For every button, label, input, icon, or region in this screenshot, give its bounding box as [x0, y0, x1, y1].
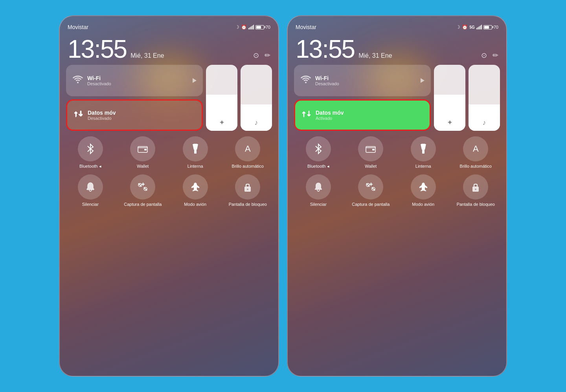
controls-left: Wi-Fi Desactivado ✦ ♪ — [66, 65, 272, 370]
volume-icon-right: ♪ — [483, 119, 486, 127]
wifi-sublabel-left: Desactivado — [87, 81, 111, 86]
bloqueo-btn-left[interactable]: Pantalla de bloqueo — [224, 174, 272, 207]
wifi-icon-right — [300, 75, 311, 86]
bluetooth-btn-left[interactable]: Bluetooth ◂ — [66, 136, 115, 169]
wifi-icon-left — [72, 75, 83, 86]
battery-percent: 70 — [266, 25, 270, 29]
date-left: Mié, 31 Ene — [130, 52, 164, 59]
svg-rect-17 — [421, 144, 425, 145]
5g-icon-right: 5G — [469, 25, 474, 29]
wifi-label-right: Wi-Fi — [315, 75, 339, 81]
linterna-btn-right[interactable]: Linterna — [399, 136, 448, 169]
captura-circle-left — [130, 174, 155, 200]
captura-label-right: Captura de pantalla — [352, 201, 390, 207]
svg-rect-3 — [194, 150, 197, 154]
time-actions-right: ⊙ ✏ — [481, 51, 498, 60]
wifi-tile-left[interactable]: Wi-Fi Desactivado — [66, 65, 203, 96]
captura-btn-right[interactable]: Captura de pantalla — [347, 174, 395, 207]
bloqueo-circle-left — [235, 174, 260, 200]
wifi-sublabel-right: Desactivado — [315, 81, 339, 86]
wallet-btn-right[interactable]: Wallet — [347, 136, 395, 169]
avion-circle-left — [183, 174, 208, 200]
left-phone-panel: Movistar ☽ ⏰ 70 13:55 — [59, 15, 279, 377]
date-right: Mié, 31 Ene — [358, 52, 392, 59]
volume-icon-left: ♪ — [255, 119, 258, 127]
silenciar-circle-right — [306, 174, 331, 200]
silenciar-label-left: Silenciar — [82, 201, 99, 207]
settings-icon[interactable]: ⊙ — [253, 51, 259, 60]
time-right: 13:55 — [296, 37, 355, 62]
svg-point-25 — [475, 189, 476, 190]
volume-tile-right[interactable]: ♪ — [469, 65, 500, 131]
svg-rect-16 — [422, 150, 424, 154]
bloqueo-btn-right[interactable]: Pantalla de bloqueo — [452, 174, 500, 207]
time-actions-left: ⊙ ✏ — [253, 51, 270, 60]
avion-label-left: Modo avión — [184, 201, 206, 207]
time-area-right: 13:55 Mié, 31 Ene ⊙ ✏ — [294, 33, 500, 65]
wifi-label-left: Wi-Fi — [87, 75, 111, 81]
bluetooth-label-left: Bluetooth ◂ — [79, 163, 101, 169]
data-tile-right[interactable]: Datos móv Activado — [294, 99, 431, 131]
captura-label-left: Captura de pantalla — [124, 201, 162, 207]
brillo-btn-left[interactable]: A Brillo automático — [224, 136, 272, 169]
linterna-btn-left[interactable]: Linterna — [171, 136, 220, 169]
wifi-tile-right[interactable]: Wi-Fi Desactivado — [294, 65, 431, 96]
icon-row1-right: Bluetooth ◂ Wallet — [294, 136, 500, 169]
silenciar-btn-right[interactable]: Silenciar — [294, 174, 343, 207]
wallet-label-right: Wallet — [365, 163, 377, 169]
alarm-icon-right: ⏰ — [462, 24, 468, 30]
time-area-left: 13:55 Mié, 31 Ene ⊙ ✏ — [66, 33, 272, 65]
captura-btn-left[interactable]: Captura de pantalla — [119, 174, 167, 207]
status-bar-right: Movistar ☽ ⏰ 5G 70 — [294, 22, 500, 32]
controls-right: Wi-Fi Desactivado ✦ ♪ — [294, 65, 500, 370]
bluetooth-label-right: Bluetooth ◂ — [307, 163, 329, 169]
volume-tile-left[interactable]: ♪ — [241, 65, 272, 131]
wallet-circle-right — [358, 136, 383, 161]
linterna-label-left: Linterna — [187, 163, 203, 169]
signal-icon-right — [476, 25, 482, 29]
moon-icon: ☽ — [235, 24, 239, 30]
svg-point-12 — [247, 189, 248, 190]
linterna-circle-right — [411, 136, 436, 161]
battery-icon — [255, 25, 264, 29]
edit-icon[interactable]: ✏ — [265, 51, 270, 60]
svg-rect-4 — [193, 144, 197, 145]
edit-icon-right[interactable]: ✏ — [492, 51, 498, 60]
status-bar-left: Movistar ☽ ⏰ 70 — [66, 22, 272, 32]
brightness-icon-left: ✦ — [219, 118, 225, 127]
linterna-label-right: Linterna — [415, 163, 431, 169]
linterna-circle-left — [183, 136, 208, 161]
avion-label-right: Modo avión — [412, 201, 434, 207]
wallet-btn-left[interactable]: Wallet — [119, 136, 167, 169]
bloqueo-circle-right — [463, 174, 488, 200]
brightness-tile-right[interactable]: ✦ — [434, 65, 465, 131]
icon-row2-right: Silenciar Captura de pantalla — [294, 174, 500, 207]
brillo-circle-right: A — [463, 136, 488, 161]
silenciar-circle-left — [78, 174, 103, 200]
data-sublabel-left: Desactivado — [88, 116, 116, 121]
avion-btn-left[interactable]: Modo avión — [171, 174, 220, 207]
data-icon-left — [74, 109, 84, 121]
data-tile-left[interactable]: Datos móv Desactivado — [66, 99, 203, 131]
brightness-tile-left[interactable]: ✦ — [206, 65, 237, 131]
data-label-right: Datos móv — [316, 110, 344, 116]
bluetooth-btn-right[interactable]: Bluetooth ◂ — [294, 136, 343, 169]
silenciar-label-right: Silenciar — [310, 201, 327, 207]
data-icon-right — [301, 109, 312, 121]
avion-btn-right[interactable]: Modo avión — [399, 174, 448, 207]
silenciar-btn-left[interactable]: Silenciar — [66, 174, 115, 207]
svg-rect-2 — [144, 149, 147, 150]
alarm-icon: ⏰ — [241, 24, 247, 30]
brillo-label-right: Brillo automático — [460, 163, 492, 169]
bluetooth-circle-right — [306, 136, 331, 161]
brillo-btn-right[interactable]: A Brillo automático — [452, 136, 500, 169]
tiles-row-left: Wi-Fi Desactivado ✦ ♪ — [66, 65, 272, 131]
time-left: 13:55 — [68, 37, 127, 62]
bluetooth-circle-left — [78, 136, 103, 161]
carrier-left: Movistar — [68, 24, 88, 30]
settings-icon-right[interactable]: ⊙ — [481, 51, 487, 60]
carrier-right: Movistar — [296, 24, 316, 30]
icon-row2-left: Silenciar Captura de pantalla — [66, 174, 272, 207]
signal-icon — [248, 25, 254, 29]
data-sublabel-right: Activado — [316, 116, 344, 121]
